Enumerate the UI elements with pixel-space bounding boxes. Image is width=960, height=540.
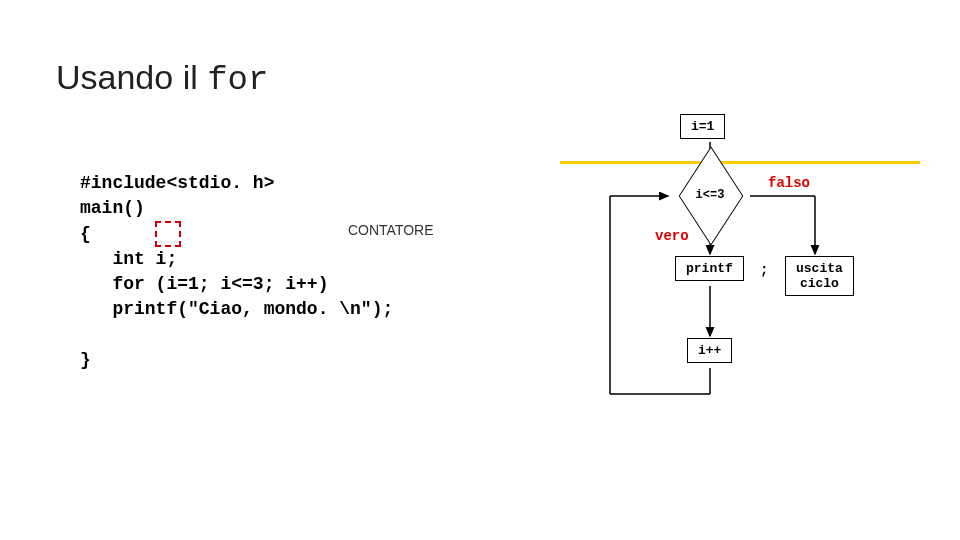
code-block: #include<stdio. h> main() { int i; for (… [80, 146, 393, 373]
flow-init-text: i=1 [691, 119, 714, 134]
variable-i-highlight [155, 221, 181, 247]
flow-semicolon: ; [760, 262, 768, 278]
flowchart: i=1 i<=3 vero falso ; printf uscita cicl… [560, 104, 920, 424]
flow-body-text: printf [686, 261, 733, 276]
flow-exit-text2: ciclo [800, 276, 839, 291]
flow-exit-box: uscita ciclo [785, 256, 854, 296]
flow-init-box: i=1 [680, 114, 725, 139]
code-line: int i; [80, 249, 177, 269]
flow-condition-diamond: i<=3 [670, 170, 750, 220]
code-line: main() [80, 198, 145, 218]
contatore-label: CONTATORE [348, 222, 434, 238]
flow-cond-text: i<=3 [696, 188, 725, 202]
flow-true-label: vero [655, 228, 689, 244]
title-keyword: for [207, 61, 268, 99]
code-line: for (i=1; i<=3; i++) [80, 274, 328, 294]
code-line: { [80, 224, 91, 244]
flow-inc-box: i++ [687, 338, 732, 363]
code-line: printf("Ciao, mondo. \n"); [80, 299, 393, 319]
flow-inc-text: i++ [698, 343, 721, 358]
title-prefix: Usando il [56, 58, 207, 96]
flow-body-box: printf [675, 256, 744, 281]
code-line: #include<stdio. h> [80, 173, 274, 193]
flow-exit-text1: uscita [796, 261, 843, 276]
flow-false-label: falso [768, 175, 810, 191]
code-line: } [80, 350, 91, 370]
slide-title: Usando il for [56, 58, 268, 99]
